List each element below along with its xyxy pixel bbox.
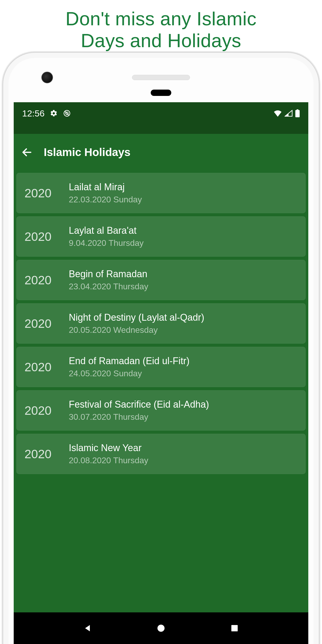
nav-home-button[interactable] [155,622,167,635]
holiday-card[interactable]: 2020 Begin of Ramadan 23.04.2020 Thursda… [16,260,306,300]
promo-line1: Don't miss any Islamic [66,8,257,29]
status-bar: 12:56 [14,102,308,134]
holiday-year: 2020 [25,403,59,418]
holiday-year: 2020 [25,186,59,200]
svg-rect-7 [231,625,238,631]
holiday-name: Islamic New Year [69,442,148,453]
battery-icon [295,109,300,117]
holiday-text: Night of Destiny (Laylat al-Qadr) 20.05.… [69,312,204,335]
holiday-name: Begin of Ramadan [69,269,148,280]
holiday-year: 2020 [25,447,59,461]
promo-line2: Days and Holidays [81,30,241,51]
holiday-year: 2020 [25,273,59,287]
holiday-card[interactable]: 2020 Islamic New Year 20.08.2020 Thursda… [16,434,306,474]
android-nav-bar [14,612,308,644]
holiday-text: End of Ramadan (Eid ul-Fitr) 24.05.2020 … [69,355,189,378]
holiday-year: 2020 [25,316,59,331]
phone-bezel: 12:56 [8,58,314,644]
holiday-date: 24.05.2020 Sunday [69,369,189,378]
holiday-card[interactable]: 2020 Lailat al Miraj 22.03.2020 Sunday [16,173,306,213]
triangle-back-icon [83,623,92,633]
holiday-card[interactable]: 2020 Festival of Sacrifice (Eid al-Adha)… [16,390,306,431]
holiday-date: 20.08.2020 Thursday [69,456,148,465]
holiday-date: 20.05.2020 Wednesday [69,325,204,335]
circle-home-icon [156,623,166,633]
phone-sensor [151,90,171,96]
holiday-text: Begin of Ramadan 23.04.2020 Thursday [69,269,148,291]
holiday-card[interactable]: 2020 End of Ramadan (Eid ul-Fitr) 24.05.… [16,347,306,387]
cell-signal-icon [285,110,292,117]
phone-camera [41,72,53,83]
status-right [274,109,300,117]
holiday-card[interactable]: 2020 Night of Destiny (Laylat al-Qadr) 2… [16,303,306,344]
promo-headline: Don't miss any Islamic Days and Holidays [0,0,322,54]
nav-recent-button[interactable] [228,622,241,635]
holiday-text: Festival of Sacrifice (Eid al-Adha) 30.0… [69,399,209,422]
holiday-year: 2020 [25,230,59,244]
holiday-date: 9.04.2020 Thursday [69,238,144,248]
holiday-name: Lailat al Miraj [69,182,142,193]
holiday-text: Lailat al Miraj 22.03.2020 Sunday [69,182,142,204]
svg-rect-3 [295,110,300,117]
nav-back-button[interactable] [81,622,94,635]
holiday-card[interactable]: 2020 Laylat al Bara'at 9.04.2020 Thursda… [16,216,306,257]
arrow-left-icon [21,147,33,158]
back-button[interactable] [21,146,33,159]
holiday-date: 22.03.2020 Sunday [69,195,142,204]
square-recent-icon [230,624,239,632]
dnd-icon [63,109,71,117]
holiday-name: End of Ramadan (Eid ul-Fitr) [69,355,189,367]
holiday-date: 23.04.2020 Thursday [69,282,148,291]
holiday-year: 2020 [25,360,59,374]
holiday-text: Islamic New Year 20.08.2020 Thursday [69,442,148,465]
phone-screen: 12:56 [14,102,308,644]
holiday-name: Laylat al Bara'at [69,225,144,236]
status-left: 12:56 [22,108,71,119]
page-title: Islamic Holidays [44,146,130,159]
holiday-name: Festival of Sacrifice (Eid al-Adha) [69,399,209,410]
svg-rect-4 [297,109,299,110]
phone-mockup-frame: 12:56 [3,53,319,644]
holiday-name: Night of Destiny (Laylat al-Qadr) [69,312,204,323]
svg-point-6 [157,625,164,632]
app-bar: Islamic Holidays [14,134,308,171]
holiday-date: 30.07.2020 Thursday [69,412,209,422]
status-time: 12:56 [22,108,45,119]
holiday-text: Laylat al Bara'at 9.04.2020 Thursday [69,225,144,248]
holidays-list[interactable]: 2020 Lailat al Miraj 22.03.2020 Sunday 2… [14,171,308,612]
phone-speaker [132,75,190,80]
wifi-icon [274,110,282,117]
settings-gear-icon [50,109,58,117]
